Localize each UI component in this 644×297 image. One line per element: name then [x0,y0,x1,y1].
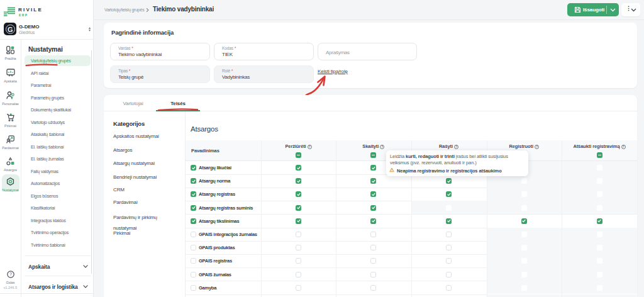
svg-text:?: ? [9,272,12,276]
